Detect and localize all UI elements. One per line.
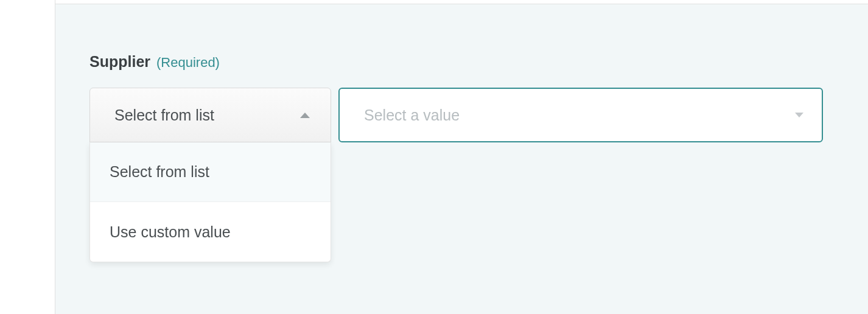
left-gutter <box>0 0 55 314</box>
source-mode-option-label: Use custom value <box>110 223 231 241</box>
chevron-up-icon <box>300 113 310 118</box>
field-required-badge: (Required) <box>156 55 220 71</box>
source-mode-option[interactable]: Use custom value <box>90 202 331 262</box>
field-label: Supplier <box>89 53 150 71</box>
field-label-row: Supplier (Required) <box>89 53 834 71</box>
form-panel: Supplier (Required) Select from list Sel… <box>55 4 868 314</box>
value-select[interactable]: Select a value <box>338 88 823 142</box>
source-mode-button[interactable]: Select from list <box>89 88 331 142</box>
source-mode-current-label: Select from list <box>114 106 214 124</box>
source-mode-option[interactable]: Select from list <box>90 142 331 202</box>
source-mode-option-label: Select from list <box>110 163 209 181</box>
value-select-placeholder: Select a value <box>364 106 460 124</box>
source-mode-menu: Select from list Use custom value <box>89 142 331 262</box>
controls-row: Select from list Select from list Use cu… <box>89 88 834 142</box>
source-mode-dropdown: Select from list Select from list Use cu… <box>89 88 331 142</box>
chevron-down-icon <box>795 113 803 117</box>
